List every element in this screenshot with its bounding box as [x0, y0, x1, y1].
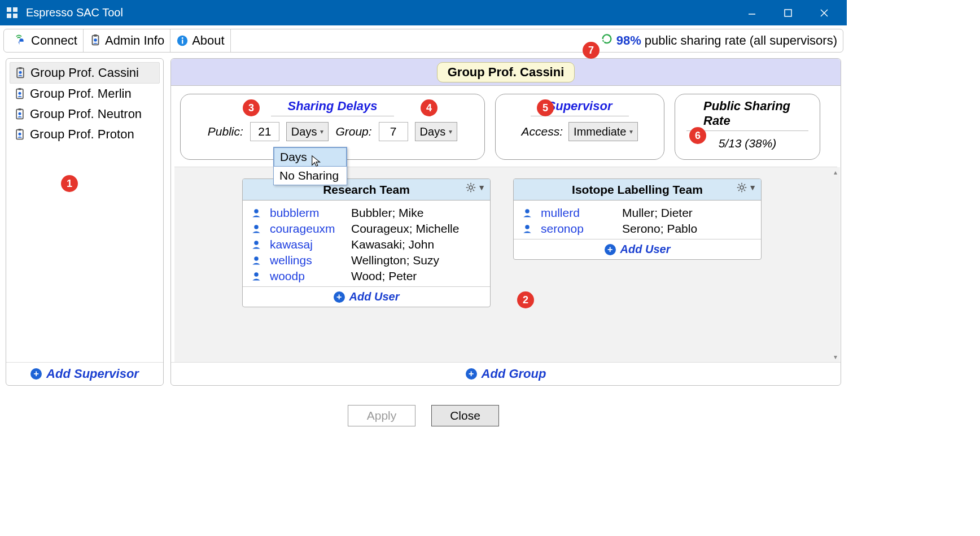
svg-point-39	[254, 272, 259, 277]
scroll-up-icon: ▴	[832, 168, 839, 176]
user-row[interactable]: seronop Serono; Pablo	[522, 221, 753, 237]
chevron-down-icon: ▾	[320, 128, 323, 136]
svg-point-22	[19, 112, 21, 115]
user-icon	[522, 208, 533, 218]
user-id: woodp	[270, 269, 343, 283]
add-supervisor-label: Add Supervisor	[46, 367, 139, 381]
rate-label: public sharing rate (all supervisors)	[645, 33, 837, 48]
public-unit-combo[interactable]: Days ▾	[286, 122, 329, 141]
minimize-button[interactable]	[734, 0, 770, 25]
chevron-down-icon: ▼	[749, 183, 756, 192]
callout-3: 3	[243, 99, 260, 116]
chevron-down-icon: ▾	[629, 128, 633, 136]
callout-1: 1	[61, 175, 78, 192]
svg-line-33	[467, 190, 469, 191]
user-row[interactable]: woodp Wood; Peter	[251, 268, 482, 284]
svg-rect-9	[94, 34, 97, 37]
clipboard-icon	[14, 88, 25, 100]
svg-rect-15	[19, 67, 22, 69]
svg-point-10	[94, 38, 97, 42]
user-icon	[522, 224, 533, 234]
connect-label: Connect	[31, 33, 77, 48]
close-button[interactable]: Close	[431, 405, 499, 426]
team-settings-button[interactable]: ▼	[466, 182, 485, 193]
sidebar-item-label: Group Prof. Merlin	[30, 86, 132, 101]
main-panel: Group Prof. Cassini Sharing Delays Publi…	[170, 58, 841, 386]
sidebar-item-proton[interactable]: Group Prof. Proton	[10, 124, 160, 145]
svg-point-50	[525, 225, 530, 229]
svg-rect-12	[182, 40, 183, 43]
connect-button[interactable]: Connect	[10, 29, 84, 52]
sidebar-item-neutron[interactable]: Group Prof. Neutron	[10, 104, 160, 124]
footer: Apply Close	[0, 391, 847, 426]
group-delay-input[interactable]	[379, 122, 408, 141]
team-body: mullerd Muller; Dieter seronop Serono; P…	[514, 201, 761, 239]
svg-point-38	[254, 256, 259, 261]
callout-7: 7	[583, 42, 600, 59]
access-combo[interactable]: Immediate ▾	[568, 122, 638, 141]
team-name: Isotope Labelling Team	[572, 183, 703, 197]
scrollbar[interactable]: ▴ ▾	[831, 167, 840, 362]
public-label: Public:	[208, 125, 243, 138]
team-settings-button[interactable]: ▼	[737, 182, 756, 193]
user-row[interactable]: bubblerm Bubbler; Mike	[251, 205, 482, 221]
user-name: Kawasaki; John	[351, 238, 434, 251]
user-id: seronop	[541, 222, 614, 236]
add-user-label: Add User	[620, 243, 671, 256]
user-row[interactable]: mullerd Muller; Dieter	[522, 205, 753, 221]
user-row[interactable]: wellings Wellington; Suzy	[251, 252, 482, 268]
add-group-button[interactable]: + Add Group	[171, 362, 841, 385]
svg-line-34	[473, 184, 474, 185]
svg-rect-21	[19, 108, 21, 110]
user-name: Serono; Pablo	[622, 222, 697, 236]
psr-title: Public Sharing Rate	[686, 99, 808, 131]
user-id: kawasaj	[270, 238, 343, 251]
add-supervisor-button[interactable]: + Add Supervisor	[6, 362, 163, 385]
svg-point-16	[19, 71, 22, 74]
toolbar: Connect Admin Info About 98% public shar…	[3, 29, 843, 53]
group-unit-combo[interactable]: Days ▾	[415, 122, 458, 141]
svg-line-48	[744, 184, 745, 185]
callout-6: 6	[689, 127, 706, 144]
about-button[interactable]: About	[170, 29, 231, 52]
user-icon	[251, 271, 262, 281]
callout-2: 2	[517, 291, 534, 308]
dropdown-option-days[interactable]: Days	[274, 147, 347, 167]
user-row[interactable]: courageuxm Courageux; Michelle	[251, 221, 482, 237]
user-row[interactable]: kawasaj Kawasaki; John	[251, 237, 482, 252]
team-card-isotope: Isotope Labelling Team ▼ mullerd Muller;…	[513, 178, 762, 260]
titlebar: Espresso SAC Tool	[0, 0, 847, 25]
maximize-button[interactable]	[770, 0, 806, 25]
user-id: mullerd	[541, 206, 614, 220]
close-label: Close	[450, 409, 480, 422]
add-user-button[interactable]: + Add User	[514, 239, 761, 259]
user-id: courageuxm	[270, 222, 343, 236]
unit-dropdown-popup: Days No Sharing	[273, 147, 347, 185]
add-group-label: Add Group	[482, 367, 546, 381]
sidebar-item-cassini[interactable]: Group Prof. Cassini	[10, 62, 160, 84]
rate-percent: 98%	[616, 33, 641, 48]
svg-rect-0	[7, 7, 11, 12]
svg-rect-2	[7, 14, 11, 18]
apply-button[interactable]: Apply	[348, 405, 415, 426]
svg-rect-3	[13, 14, 18, 18]
admin-info-button[interactable]: Admin Info	[84, 29, 170, 52]
public-delay-input[interactable]	[250, 122, 279, 141]
clipboard-icon	[15, 67, 26, 79]
team-card-research: Research Team ▼ bubblerm Bubbler; Mike c	[242, 178, 491, 307]
refresh-icon[interactable]	[601, 33, 613, 49]
dropdown-option-nosharing[interactable]: No Sharing	[274, 167, 347, 185]
svg-rect-18	[19, 88, 21, 90]
plus-icon: +	[334, 291, 345, 303]
add-user-button[interactable]: + Add User	[243, 286, 490, 307]
svg-point-13	[182, 37, 183, 39]
sidebar-item-merlin[interactable]: Group Prof. Merlin	[10, 84, 160, 104]
user-icon	[251, 239, 262, 250]
apply-label: Apply	[367, 409, 397, 422]
close-window-button[interactable]	[806, 0, 842, 25]
svg-point-25	[19, 133, 21, 136]
about-label: About	[192, 33, 225, 48]
svg-point-19	[19, 92, 21, 95]
add-user-label: Add User	[349, 290, 400, 303]
supervisor-panel: Supervisor Access: Immediate ▾	[495, 94, 664, 160]
